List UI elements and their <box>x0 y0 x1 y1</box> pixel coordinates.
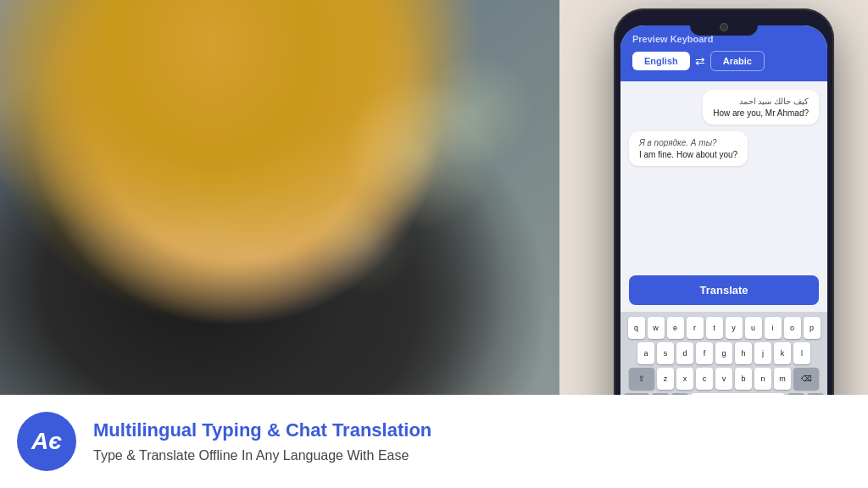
key-h[interactable]: h <box>735 342 752 364</box>
phone-mockup: Preview Keyboard English ⇄ Arabic كيف حا… <box>614 8 834 458</box>
phone-notch <box>690 19 758 36</box>
key-b[interactable]: b <box>735 368 752 390</box>
keyboard-row-2: a s d f g h j k l <box>624 342 824 364</box>
main-tagline: Multilingual Typing & Chat Translation <box>93 419 431 441</box>
key-y[interactable]: y <box>726 317 743 339</box>
key-s[interactable]: s <box>657 342 674 364</box>
bottom-section: Aє Multilingual Typing & Chat Translatio… <box>0 395 868 488</box>
english-lang-button[interactable]: English <box>632 52 690 70</box>
bottom-text-area: Multilingual Typing & Chat Translation T… <box>93 419 431 463</box>
key-j[interactable]: j <box>754 342 771 364</box>
swap-icon[interactable]: ⇄ <box>695 54 705 68</box>
key-p[interactable]: p <box>804 317 821 339</box>
key-z[interactable]: z <box>657 368 674 390</box>
chat-bubble-1: كيف حالك سيد احمد How are you, Mr Ahmad? <box>703 90 819 125</box>
keyboard-row-1: q w e r t y u i o p <box>624 317 824 339</box>
key-m[interactable]: m <box>774 368 791 390</box>
english-text-1: How are you, Mr Ahmad? <box>713 108 809 118</box>
key-g[interactable]: g <box>715 342 732 364</box>
chat-bubble-2: Я в порядке. А ты? I am fine. How about … <box>629 131 748 166</box>
key-i[interactable]: i <box>765 317 782 339</box>
key-c[interactable]: c <box>696 368 713 390</box>
phone-camera <box>720 23 728 31</box>
key-f[interactable]: f <box>696 342 713 364</box>
key-a[interactable]: a <box>637 342 654 364</box>
key-e[interactable]: e <box>667 317 684 339</box>
key-t[interactable]: t <box>706 317 723 339</box>
chat-area: كيف حالك سيد احمد How are you, Mr Ahmad?… <box>620 81 827 269</box>
arabic-lang-button[interactable]: Arabic <box>710 51 765 71</box>
english-text-2: I am fine. How about you? <box>639 150 737 159</box>
app-icon-text: Aє <box>31 428 62 455</box>
arabic-text-1: كيف حالك سيد احمد <box>713 97 809 106</box>
key-w[interactable]: w <box>648 317 665 339</box>
key-u[interactable]: u <box>745 317 762 339</box>
app-icon: Aє <box>17 412 76 471</box>
language-switcher: English ⇄ Arabic <box>632 51 815 71</box>
key-q[interactable]: q <box>628 317 645 339</box>
key-backspace[interactable]: ⌫ <box>793 368 819 390</box>
key-d[interactable]: d <box>676 342 693 364</box>
key-l[interactable]: l <box>793 342 810 364</box>
key-o[interactable]: o <box>784 317 801 339</box>
phone-screen: Preview Keyboard English ⇄ Arabic كيف حا… <box>620 25 827 425</box>
russian-text-2: Я в порядке. А ты? <box>639 138 737 147</box>
sub-tagline: Type & Translate Offline In Any Language… <box>93 448 431 463</box>
key-n[interactable]: n <box>754 368 771 390</box>
translate-button-area: Translate <box>620 269 827 312</box>
key-shift[interactable]: ⇧ <box>629 368 654 390</box>
key-r[interactable]: r <box>687 317 704 339</box>
key-k[interactable]: k <box>774 342 791 364</box>
key-v[interactable]: v <box>715 368 732 390</box>
translate-button[interactable]: Translate <box>629 275 819 305</box>
keyboard-row-3: ⇧ z x c v b n m ⌫ <box>624 368 824 390</box>
key-x[interactable]: x <box>676 368 693 390</box>
scene-overlay <box>0 0 559 441</box>
